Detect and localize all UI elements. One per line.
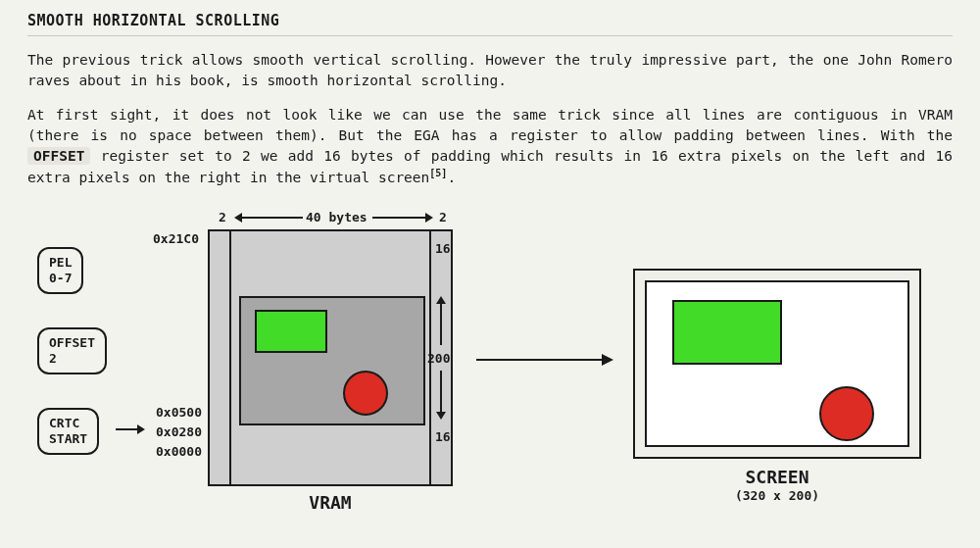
vram-addr-stack: 0x0500 0x0280 0x0000 bbox=[147, 403, 202, 462]
pad-top-label: 16 bbox=[435, 241, 451, 256]
para2-c: . bbox=[447, 170, 456, 185]
section-title: SMOOTH HORIZONTAL SCROLLING bbox=[27, 12, 953, 36]
pad-left-label: 2 bbox=[219, 210, 226, 224]
svg-marker-7 bbox=[436, 296, 446, 304]
vram-partition-left bbox=[229, 231, 231, 484]
vram-box bbox=[208, 229, 453, 486]
pill-pel: PEL 0-7 bbox=[37, 247, 83, 295]
bytes-width-label: 40 bytes bbox=[306, 210, 368, 224]
footnote-ref-5: [5] bbox=[429, 168, 447, 178]
svg-marker-3 bbox=[234, 213, 242, 223]
screen-bezel bbox=[633, 269, 921, 459]
para2-b: register set to 2 we add 16 bytes of pad… bbox=[27, 148, 953, 185]
svg-marker-1 bbox=[137, 424, 145, 434]
screen-resolution: (320 x 200) bbox=[633, 488, 921, 503]
screen-caption: SCREEN bbox=[633, 467, 921, 487]
figure-horizontal-scrolling: PEL 0-7 OFFSET 2 CRTC START 0x21C0 0x050… bbox=[27, 202, 953, 525]
arrow-vram-to-screen bbox=[476, 353, 613, 367]
height-200-label: 200 bbox=[427, 351, 450, 366]
paragraph-2: At first sight, it does not look like we… bbox=[27, 105, 953, 188]
pill-offset: OFFSET 2 bbox=[37, 327, 107, 375]
vram-red-circle bbox=[343, 371, 388, 416]
paragraph-1: The previous trick allows smooth vertica… bbox=[27, 50, 953, 91]
screen-display bbox=[645, 280, 909, 447]
arrow-height-down bbox=[435, 371, 447, 420]
arrow-crtc-to-addr bbox=[116, 423, 145, 435]
arrow-height-up bbox=[435, 296, 447, 345]
svg-marker-11 bbox=[602, 354, 613, 366]
para2-a: At first sight, it does not look like we… bbox=[27, 107, 953, 143]
pad-right-label: 2 bbox=[439, 210, 447, 224]
virtual-screen-rect bbox=[239, 296, 425, 425]
vram-addr-top: 0x21C0 bbox=[153, 231, 199, 246]
pad-bottom-label: 16 bbox=[435, 429, 451, 444]
arrow-width-left bbox=[234, 212, 303, 224]
vram-caption: VRAM bbox=[208, 492, 453, 513]
svg-marker-5 bbox=[425, 213, 433, 223]
arrow-width-right bbox=[372, 212, 433, 224]
pill-crtc-start: CRTC START bbox=[37, 408, 99, 456]
vram-green-rect bbox=[255, 310, 327, 353]
offset-register-code: OFFSET bbox=[27, 147, 90, 165]
svg-marker-9 bbox=[436, 412, 446, 420]
screen-red-circle bbox=[819, 386, 874, 441]
screen-green-rect bbox=[672, 300, 782, 365]
